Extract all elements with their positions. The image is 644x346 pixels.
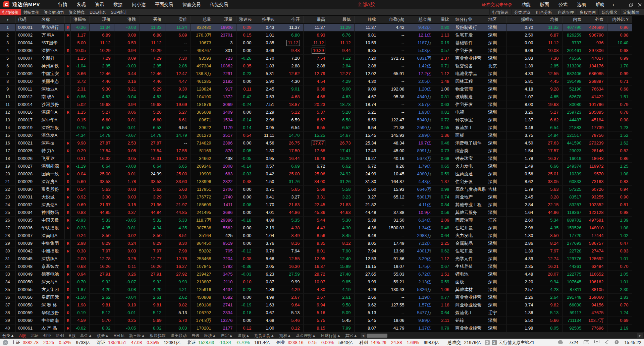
col-header-inner[interactable]: 内盘 [562,16,585,23]
table-row[interactable]: 19000027深圳能源R-1.196.64-0.086.646.6526934… [0,162,632,170]
col-header-chg[interactable]: 涨跌 [114,16,140,23]
index-北证[interactable]: 北证1528.63-10.84-0.70%161.4亿 [187,340,273,346]
satellite-icon[interactable] [605,340,609,345]
table-row[interactable]: 27000036华联控股R-0.234.35-0.014.344.3530753… [0,224,632,232]
col-header-amount[interactable]: 总金额 [408,16,435,23]
tool-分类过滤[interactable]: 分类过滤 [511,9,533,16]
minimize-icon[interactable]: — [618,0,627,9]
col-header-vol[interactable]: 总量 [191,16,215,23]
table-row[interactable]: 16000021深科技R9.9827.872.5327.87--71482923… [0,139,632,147]
table-row[interactable]: 6000008神州高铁R-1.042.85-0.032.852.86497384… [0,62,632,70]
table-row[interactable]: 13000017深中华A0.156.600.016.606.6189671153… [0,116,632,124]
col-header-code[interactable]: 代码 [15,16,39,23]
quote-tab-资金博弈[interactable]: 资金博弈 [66,9,87,15]
menu-item-问小达[interactable]: 问小达 [127,0,151,9]
col-header-turn[interactable]: 换手% [255,16,278,23]
table-row[interactable]: 39000060中金岭南R4.595.700.255.695.70174.8万1… [0,316,632,324]
table-row[interactable]: 34000050深天马AR-0.709.92-0.079.929.9321380… [0,278,632,286]
table-row[interactable]: 11000014沙河股份5.0219.680.9419.6819.6918187… [0,101,632,108]
expand-panel-icon[interactable] [3,340,8,345]
table-row[interactable]: 24000032深桑达AR0.6921.970.1521.9621.971856… [0,201,632,209]
index-上证[interactable]: 上证3882.7820.250.52%9733亿 [11,340,93,346]
table-row[interactable]: 12000016深康佳AR1.155.270.065.265.273656083… [0,108,632,116]
col-header-cur[interactable]: 现量 [215,16,236,23]
table-row[interactable]: 22000030富奥股份R0.545.630.035.625.631179512… [0,185,632,193]
col-header-amp[interactable]: 振幅% [506,16,537,23]
current-market-title[interactable]: 全部A股 [358,0,375,9]
col-header-outer[interactable]: 外盘 [585,16,607,23]
col-header-pe[interactable]: 市盈(动) [380,16,408,23]
menu-item-平面交易[interactable]: 平面交易 [150,0,178,9]
tool-组合分析[interactable]: 组合分析 [533,9,555,16]
table-row[interactable]: 4000006深振业AR10.0510.290.9410.29--4987673… [0,47,632,54]
col-header-low[interactable]: 最低 [329,16,354,23]
table-row[interactable]: 38000059华锦股份R-0.195.12-0.015.125.1310679… [0,309,632,316]
table-row[interactable]: 32000048京基智农R0.6816.260.1116.2616.271078… [0,263,632,270]
notification-badge[interactable]: 2 [492,340,497,345]
market-tab-北证[interactable]: 北证 [28,332,41,339]
quote-tab-DDE排名[interactable]: DDE排名 [87,9,108,15]
market-tab-环球行情▲[interactable]: 环球行情▲ [318,332,343,339]
market-tab-A股[interactable]: A股 [17,332,28,339]
market-tab-港股▲[interactable]: 港股▲ [235,332,252,339]
menu-item-资讯[interactable]: 资讯 [91,0,109,9]
col-header-pct[interactable]: 涨幅% [70,16,89,23]
menu-item-数据[interactable]: 数据 [109,0,127,9]
market-tab-基金理财▲[interactable]: 基金理财▲ [293,332,318,339]
menu-item-发现[interactable]: 发现 [72,0,91,9]
connection-icon[interactable] [485,340,490,345]
market-tab-港美联动[interactable]: 港美联动 [168,332,189,339]
table-row[interactable]: 28000037深南电A0.248.500.028.508.5135164425… [0,232,632,239]
market-tab-自定▲[interactable]: 自定▲ [219,332,235,339]
col-header-price[interactable]: 现价 [89,16,114,23]
table-row[interactable]: 2000002万 科AR1.176.890.086.886.89176.3万23… [0,31,632,39]
tool-定制版面[interactable]: 定制版面 [620,9,642,16]
table-row[interactable]: 29000039中集集团R2.988.290.248.298.308644509… [0,239,632,247]
market-tab-期货现货▲[interactable]: 期货现货▲ [252,332,277,339]
quote-tab-资金驱动力[interactable]: 资金驱动力 [42,9,66,15]
market-tab-科创[interactable]: 科创 [54,332,66,339]
power-icon[interactable] [614,340,619,345]
market-tab-新三板▲[interactable]: 新三板▲ [127,332,148,339]
tool-多股同列[interactable]: 多股同列 [577,9,598,16]
table-row[interactable]: 5000007全新好1.257.290.097.297.3093593723-0… [0,54,632,62]
market-tab-债券▲[interactable]: 债券▲ [95,332,111,339]
col-header-open[interactable]: 今开 [278,16,303,23]
col-header-avg[interactable]: 均价 [537,16,562,23]
server-name[interactable]: 云行情太原主站Z1 [499,340,534,346]
scroll-right-icon[interactable]: ▶ [637,333,643,338]
table-row[interactable]: 17000025特 力AR0.2917.540.0517.5417.555116… [0,147,632,155]
market-tab-板块▲[interactable]: 板块▲ [202,332,219,339]
col-header-speed[interactable]: 涨速% [236,16,255,23]
quote-tab-SUP统计[interactable]: SUP统计 [108,9,129,15]
market-tab-基金▲[interactable]: 基金▲ [78,332,95,339]
col-header-idx[interactable]: ▼ [0,16,15,23]
table-row[interactable]: 1000001平安银行R-0.2611.34-0.0311.3311.34832… [0,23,632,31]
col-header-r[interactable] [64,16,70,23]
menu-item-功能[interactable]: 功能 [517,0,535,9]
table-row[interactable]: 36000056皇庭国际R-1.502.62-0.042.612.6245080… [0,293,632,301]
col-header-industry[interactable]: 细分行业 [453,16,486,23]
table-row[interactable]: 33000049德赛电池R0.9427.910.2627.9127.922394… [0,270,632,278]
market-tab-创业[interactable]: 创业 [41,332,54,339]
col-header-high[interactable]: 最高 [303,16,329,23]
index-创业[interactable]: 创业3238.160.150.00%5840亿 [276,340,356,346]
col-header-region[interactable]: 地区 [486,16,506,23]
trade-login-status[interactable]: 证券交易未登录 [482,2,512,8]
table-row[interactable]: 7000009中国宝安R3.6612.460.4412.4612.47136.8… [0,70,632,77]
table-row[interactable]: 30000042中洲控股R0.387.970.037.977.985020270… [0,247,632,255]
table-row[interactable]: 26000035中国天楹R-0.935.33-0.055.325.33118.7… [0,216,632,224]
menu-item-行情[interactable]: 行情 [54,0,72,9]
table-row[interactable]: 15000020深华发A-4.3414.78-0.6714.7814.79201… [0,131,632,139]
table-row[interactable]: 35000055方大集团R-1.874.20-0.084.204.2112591… [0,286,632,293]
table-row[interactable]: 3000004*ST国华5.0011.120.5311.12--1067330.… [0,39,632,47]
close-icon[interactable] [635,0,644,9]
table-row[interactable]: 10000012南 玻AR-0.864.63-0.044.634.6410410… [0,93,632,101]
table-row[interactable]: 21000029深深房AR5.6033.581.7833.5833.601339… [0,178,632,185]
col-header-buy[interactable]: 买价 [140,16,165,23]
col-header-ratio[interactable]: 内外比 ? [607,16,632,23]
menu-item-公式[interactable]: 公式 [554,0,572,9]
table-row[interactable]: 8000010美丽生态3.724.460.164.464.47461385218… [0,77,632,85]
market-tab-B股[interactable]: B股 [66,332,78,339]
table-row[interactable]: 18000026飞亚达0.3116.320.0516.3116.32346624… [0,155,632,162]
